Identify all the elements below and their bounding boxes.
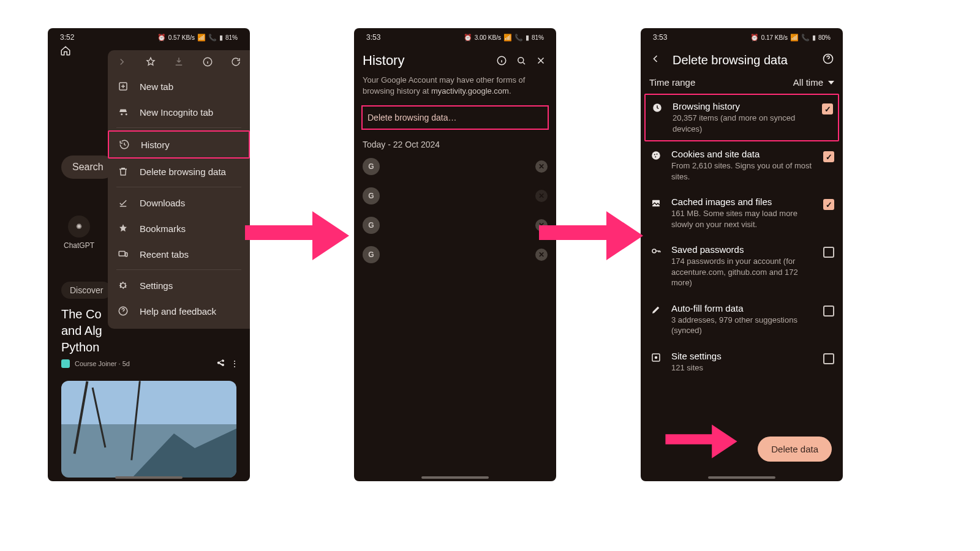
close-icon[interactable] <box>534 54 548 67</box>
chatgpt-icon: ✺ <box>68 216 90 238</box>
time-range-value: All time <box>793 77 823 88</box>
nav-home-bar <box>421 476 489 479</box>
svg-point-11 <box>657 154 658 155</box>
edit-icon <box>649 303 663 315</box>
menu-item-label: Delete browsing data <box>140 167 226 177</box>
discover-chip[interactable]: Discover <box>61 282 111 299</box>
checkbox[interactable] <box>823 247 834 258</box>
option-browsing-history[interactable]: Browsing history 20,357 items (and more … <box>644 94 839 141</box>
menu-history[interactable]: History <box>108 130 250 159</box>
reload-icon[interactable] <box>229 55 243 69</box>
checkbox[interactable] <box>823 305 834 317</box>
gear-icon <box>118 279 130 291</box>
clock-fill-icon <box>650 101 664 113</box>
star-icon[interactable] <box>144 55 157 69</box>
time-range-row[interactable]: Time range All time <box>641 73 843 94</box>
svg-rect-3 <box>126 253 127 257</box>
option-title: Auto-fill form data <box>671 303 815 313</box>
cookie-icon <box>649 149 663 161</box>
share-icon[interactable] <box>216 359 225 369</box>
info-icon[interactable] <box>495 54 508 67</box>
checkbox[interactable] <box>823 353 834 364</box>
checkbox[interactable] <box>822 103 833 114</box>
menu-item-label: Downloads <box>140 198 185 208</box>
myactivity-link[interactable]: myactivity.google.com <box>431 86 509 96</box>
back-button[interactable] <box>649 53 662 67</box>
page-title: Delete browsing data <box>673 53 811 67</box>
screenshot-chrome-history: 3:53 ⏰ 3.00 KB/s 📶 📞 ▮ 81% History Your … <box>354 28 556 481</box>
menu-new-tab[interactable]: New tab <box>108 73 250 99</box>
site-favicon: G <box>363 158 380 175</box>
site-favicon: G <box>363 217 380 234</box>
checkbox[interactable] <box>823 199 834 210</box>
remove-entry-icon[interactable]: ✕ <box>535 190 548 202</box>
account-history-notice: Your Google Account may have other forms… <box>354 70 556 98</box>
menu-recent-tabs[interactable]: Recent tabs <box>108 241 250 267</box>
svg-point-12 <box>655 156 656 157</box>
option-passwords[interactable]: Saved passwords 174 passwords in your ac… <box>641 237 843 296</box>
svg-point-16 <box>655 356 658 359</box>
history-entry[interactable]: G ✕ <box>354 181 556 211</box>
call-icon: 📞 <box>514 34 523 42</box>
trash-icon <box>118 165 130 178</box>
history-header: History <box>354 47 556 70</box>
menu-help-feedback[interactable]: Help and feedback <box>108 298 250 324</box>
download-icon[interactable] <box>172 55 186 69</box>
help-circle-icon <box>118 305 130 317</box>
search-icon[interactable] <box>514 54 528 67</box>
option-subtitle: 174 passwords in your account (for accen… <box>671 256 815 288</box>
history-clock-icon <box>119 138 131 151</box>
site-favicon: G <box>363 187 380 204</box>
svg-point-10 <box>654 154 655 156</box>
option-cached[interactable]: Cached images and files 161 MB. Some sit… <box>641 189 843 237</box>
more-vert-icon[interactable]: ⋮ <box>230 359 239 369</box>
option-cookies[interactable]: Cookies and site data From 2,610 sites. … <box>641 141 843 189</box>
forward-icon[interactable] <box>115 55 129 69</box>
feed-thumbnail[interactable] <box>61 381 236 478</box>
remove-entry-icon[interactable]: ✕ <box>535 160 548 173</box>
divider <box>116 269 241 270</box>
wifi-icon: 📶 <box>503 34 512 42</box>
history-entry[interactable]: G ✕ <box>354 152 556 181</box>
svg-point-9 <box>652 151 660 160</box>
delete-data-header: Delete browsing data <box>641 47 843 73</box>
signal-icon: ▮ <box>812 34 816 42</box>
home-button[interactable] <box>56 42 75 60</box>
time-range-dropdown[interactable]: All time <box>793 77 834 88</box>
clock: 3:53 <box>653 33 667 42</box>
menu-new-incognito-tab[interactable]: New Incognito tab <box>108 99 250 125</box>
option-site-settings[interactable]: Site settings 121 sites <box>641 343 843 381</box>
menu-delete-browsing-data[interactable]: Delete browsing data <box>108 159 250 184</box>
menu-item-label: New tab <box>140 81 173 92</box>
history-date-header: Today - 22 Oct 2024 <box>354 130 556 152</box>
wifi-icon: 📶 <box>790 34 799 42</box>
svg-rect-2 <box>119 252 125 257</box>
info-icon[interactable] <box>201 55 214 69</box>
menu-downloads[interactable]: Downloads <box>108 190 250 216</box>
menu-settings[interactable]: Settings <box>108 272 250 298</box>
source-avatar <box>61 359 70 368</box>
svg-point-14 <box>652 249 656 253</box>
history-entry[interactable]: G ✕ <box>354 240 556 269</box>
signal-icon: ▮ <box>526 34 529 42</box>
option-title: Cached images and files <box>671 197 815 207</box>
history-entry[interactable]: G ✕ <box>354 211 556 240</box>
option-autofill[interactable]: Auto-fill form data 3 addresses, 979 oth… <box>641 296 843 343</box>
menu-bookmarks[interactable]: Bookmarks <box>108 216 250 241</box>
annotation-arrow <box>245 208 349 263</box>
menu-item-label: History <box>141 140 170 150</box>
help-icon[interactable] <box>822 53 834 67</box>
search-chip[interactable]: Search <box>61 156 115 179</box>
divider <box>116 187 241 187</box>
option-subtitle: From 2,610 sites. Signs you out of most … <box>671 160 815 182</box>
delete-browsing-data-link[interactable]: Delete browsing data… <box>361 105 549 130</box>
chrome-overflow-menu: New tab New Incognito tab History Delete… <box>108 50 250 329</box>
status-indicators: ⏰ 3.00 KB/s 📶 📞 ▮ 81% <box>464 34 544 42</box>
battery-text: 80% <box>818 34 831 41</box>
checkbox[interactable] <box>823 151 834 162</box>
suggestion-chatgpt[interactable]: ✺ ChatGPT <box>61 216 97 250</box>
menu-item-label: Recent tabs <box>140 249 189 260</box>
svg-rect-13 <box>652 200 660 207</box>
feed-source: Course Joiner · 5d <box>75 360 130 367</box>
delete-data-button[interactable]: Delete data <box>758 437 832 462</box>
